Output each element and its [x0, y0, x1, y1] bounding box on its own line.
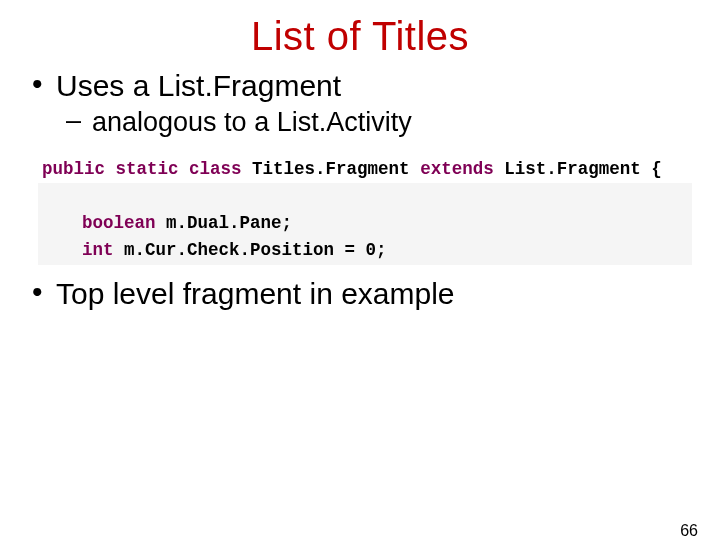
keyword-int: int — [82, 240, 114, 260]
bullet-uses-listfragment: Uses a List.Fragment analogous to a List… — [28, 69, 692, 138]
brace-open: { — [651, 159, 662, 179]
subbullet-analogous: analogous to a List.Activity — [62, 107, 692, 138]
blank-line — [42, 186, 53, 206]
field-dualpane: m.Dual.Pane — [166, 213, 282, 233]
keyword-class: class — [189, 159, 242, 179]
super-name: List.Fragment — [504, 159, 641, 179]
keyword-extends: extends — [420, 159, 494, 179]
class-name: Titles.Fragment — [252, 159, 410, 179]
assign-zero: = 0; — [334, 240, 387, 260]
page-number: 66 — [680, 522, 698, 540]
bullet-text: Top level fragment in example — [56, 277, 455, 310]
bullet-top-level-fragment: Top level fragment in example — [28, 277, 692, 311]
keyword-static: static — [116, 159, 179, 179]
keyword-boolean: boolean — [82, 213, 156, 233]
semicolon: ; — [282, 213, 293, 233]
bullet-text: Uses a List.Fragment — [56, 69, 341, 102]
keyword-public: public — [42, 159, 105, 179]
slide-title: List of Titles — [0, 14, 720, 59]
code-snippet: public static class Titles.Fragment exte… — [28, 152, 692, 269]
subbullet-text: analogous to a List.Activity — [92, 107, 412, 137]
slide-body: Uses a List.Fragment analogous to a List… — [0, 69, 720, 311]
field-curcheck: m.Cur.Check.Position — [124, 240, 334, 260]
